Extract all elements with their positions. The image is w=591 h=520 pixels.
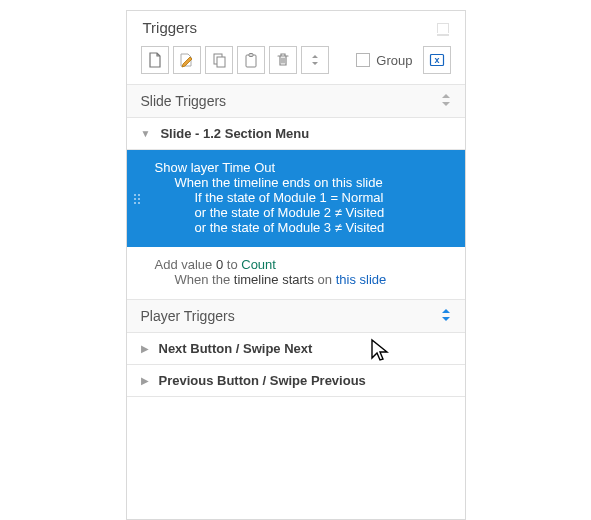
section-title: Slide Triggers <box>141 93 227 109</box>
manage-variables-button[interactable]: x <box>423 46 451 74</box>
paste-trigger-button[interactable] <box>237 46 265 74</box>
trigger-when: When the timeline ends on this slide <box>175 175 451 190</box>
group-label: Group <box>376 53 412 68</box>
slide-row[interactable]: ▼ Slide - 1.2 Section Menu <box>127 117 465 150</box>
collapse-icon[interactable] <box>441 309 451 323</box>
delete-trigger-button[interactable] <box>269 46 297 74</box>
section-title: Player Triggers <box>141 308 235 324</box>
collapse-icon[interactable] <box>441 94 451 108</box>
trigger-action: Add value 0 to Count <box>155 257 451 272</box>
trigger-action: Show layer Time Out <box>155 160 451 175</box>
edit-trigger-button[interactable] <box>173 46 201 74</box>
trigger-condition-3: or the state of Module 3 ≠ Visited <box>195 220 451 235</box>
trigger-condition-1: If the state of Module 1 = Normal <box>195 190 451 205</box>
svg-rect-1 <box>217 57 225 67</box>
triggers-panel: Triggers Group x Slide Trig <box>126 10 466 520</box>
player-trigger-label: Previous Button / Swipe Previous <box>159 373 366 388</box>
chevron-down-icon: ▼ <box>141 128 151 139</box>
chevron-right-icon: ▶ <box>141 343 149 354</box>
panel-title: Triggers <box>143 19 197 36</box>
trigger-item[interactable]: Add value 0 to Count When the timeline s… <box>127 247 465 299</box>
checkbox-icon <box>356 53 370 67</box>
svg-text:x: x <box>434 55 439 65</box>
trigger-item-selected[interactable]: Show layer Time Out When the timeline en… <box>127 150 465 247</box>
slide-label: Slide - 1.2 Section Menu <box>160 126 309 141</box>
trigger-condition-2: or the state of Module 2 ≠ Visited <box>195 205 451 220</box>
svg-rect-3 <box>249 54 253 57</box>
cursor-icon <box>370 338 390 364</box>
panel-header: Triggers <box>127 11 465 42</box>
chevron-right-icon: ▶ <box>141 375 149 386</box>
trigger-when: When the timeline starts on this slide <box>175 272 451 287</box>
player-trigger-prev[interactable]: ▶ Previous Button / Swipe Previous <box>127 364 465 397</box>
drag-handle-icon[interactable] <box>134 194 140 204</box>
panel-minimize-icon[interactable] <box>437 23 449 33</box>
group-checkbox[interactable]: Group <box>356 53 412 68</box>
slide-triggers-header[interactable]: Slide Triggers <box>127 85 465 117</box>
new-trigger-button[interactable] <box>141 46 169 74</box>
player-trigger-next[interactable]: ▶ Next Button / Swipe Next <box>127 332 465 364</box>
player-triggers-header[interactable]: Player Triggers <box>127 299 465 332</box>
copy-trigger-button[interactable] <box>205 46 233 74</box>
toolbar: Group x <box>127 42 465 84</box>
reorder-trigger-button[interactable] <box>301 46 329 74</box>
player-trigger-label: Next Button / Swipe Next <box>159 341 313 356</box>
